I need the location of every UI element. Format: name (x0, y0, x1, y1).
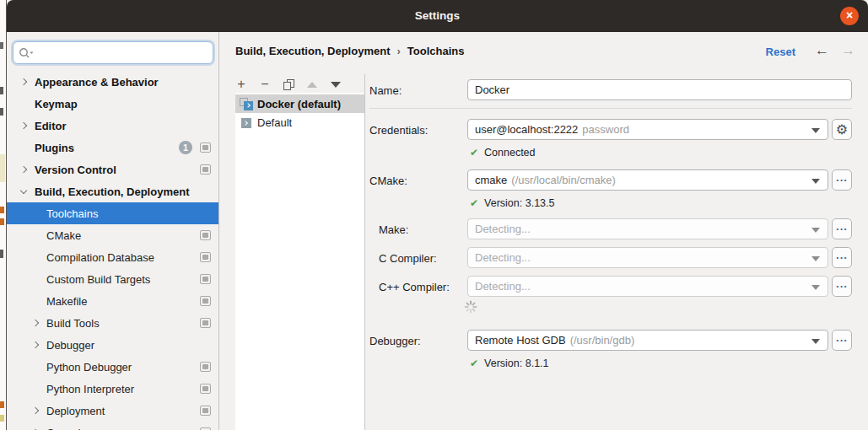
credentials-status: ✔ Connected (470, 147, 536, 159)
name-input[interactable] (467, 79, 852, 100)
sidebar-item-plugins[interactable]: Plugins1 (7, 137, 218, 159)
settings-tree: Appearance & Behavior Keymap Editor Plug… (7, 71, 218, 430)
check-icon: ✔ (470, 147, 478, 159)
cmake-path-hint: (/usr/local/bin/cmake) (511, 174, 616, 186)
sidebar-item-toolchains[interactable]: Toolchains (7, 202, 218, 224)
cmake-version-text: Version: 3.13.5 (484, 197, 554, 209)
sidebar-item-python-debugger[interactable]: Python Debugger (7, 356, 218, 378)
remove-toolchain-button[interactable]: − (259, 78, 271, 90)
reset-button[interactable]: Reset (766, 46, 795, 58)
copy-icon (283, 79, 294, 90)
sidebar-item-debugger[interactable]: Debugger (7, 334, 218, 356)
combo-arrow-icon (811, 285, 820, 290)
chevron-right-icon (20, 78, 27, 85)
chevron-down-icon (20, 186, 27, 193)
cmake-combobox[interactable]: cmake (/usr/local/bin/cmake) (467, 169, 828, 191)
search-input[interactable] (38, 46, 213, 59)
sidebar-item-build-tools[interactable]: Build Tools (7, 312, 218, 334)
toolchain-list: Docker (default) Default (235, 93, 364, 430)
toolchain-item-label: Default (257, 116, 292, 129)
sidebar-item-label: Build Tools (46, 317, 100, 330)
sidebar-item-label: CMake (46, 229, 81, 242)
credentials-settings-button[interactable]: ⚙ (832, 119, 852, 140)
c-compiler-browse-button[interactable]: ... (832, 247, 852, 268)
sidebar-item-build-execution-deployment[interactable]: Build, Execution, Deployment (7, 180, 218, 202)
sidebar-item-label: Makefile (46, 295, 87, 308)
make-combobox[interactable]: Detecting... (467, 218, 828, 239)
close-icon: × (846, 8, 853, 22)
c-compiler-detecting-text: Detecting... (475, 251, 531, 264)
search-icon[interactable] (19, 47, 35, 59)
debugger-combobox[interactable]: Remote Host GDB (/usr/bin/gdb) (467, 330, 828, 351)
cpp-compiler-label: C++ Compiler: (379, 281, 450, 293)
move-down-button[interactable] (330, 78, 342, 90)
breadcrumb: Build, Execution, Deployment›Toolchains (235, 45, 464, 57)
sidebar-item-console[interactable]: Console (7, 422, 218, 430)
sidebar-item-label: Python Interpreter (46, 383, 134, 395)
arrow-up-icon (307, 82, 317, 88)
sidebar-item-label: Appearance & Behavior (35, 76, 159, 89)
sidebar-item-python-interpreter[interactable]: Python Interpreter (7, 378, 218, 400)
combo-arrow-icon (811, 128, 820, 133)
sidebar-item-editor[interactable]: Editor (7, 115, 218, 137)
copy-toolchain-button[interactable] (283, 78, 294, 90)
cmake-status: ✔ Version: 3.13.5 (470, 197, 554, 209)
chevron-right-icon (32, 407, 39, 414)
settings-sidebar: Appearance & Behavior Keymap Editor Plug… (7, 32, 219, 430)
c-compiler-label: C Compiler: (379, 252, 437, 265)
titlebar[interactable]: Settings × (7, 0, 868, 32)
debugger-status: ✔ Version: 8.1.1 (470, 357, 549, 369)
make-browse-button[interactable]: ... (832, 218, 852, 239)
settings-indicator-icon (200, 406, 211, 416)
ellipsis-icon: ... (836, 280, 848, 288)
sidebar-item-label: Toolchains (46, 207, 98, 220)
close-button[interactable]: × (840, 7, 859, 25)
sidebar-item-label: Version Control (35, 164, 116, 176)
forward-arrow-icon[interactable]: → (841, 42, 855, 59)
sidebar-item-compilation-database[interactable]: Compilation Database (7, 246, 218, 268)
breadcrumb-separator-icon: › (396, 45, 400, 57)
sidebar-item-deployment[interactable]: Deployment (7, 400, 218, 422)
panel-divider (364, 74, 365, 430)
debugger-browse-button[interactable]: ... (832, 330, 852, 351)
credentials-combobox[interactable]: user@localhost:2222 password (467, 119, 828, 140)
loading-spinner-icon (464, 300, 477, 316)
debugger-label: Debugger: (369, 335, 421, 347)
ellipsis-icon: ... (836, 251, 848, 260)
debugger-value: Remote Host GDB (475, 334, 566, 347)
sidebar-item-appearance-behavior[interactable]: Appearance & Behavior (7, 71, 218, 93)
form-separator (369, 108, 852, 109)
search-box[interactable] (13, 41, 213, 64)
cpp-compiler-browse-button[interactable]: ... (832, 276, 852, 297)
breadcrumb-current[interactable]: Toolchains (407, 45, 465, 57)
cpp-compiler-combobox[interactable]: Detecting... (467, 276, 828, 297)
add-toolchain-button[interactable]: + (235, 78, 247, 90)
sidebar-item-label: Debugger (46, 339, 94, 352)
c-compiler-combobox[interactable]: Detecting... (467, 247, 828, 268)
debugger-version-text: Version: 8.1.1 (484, 357, 548, 369)
sidebar-item-version-control[interactable]: Version Control (7, 159, 218, 180)
move-up-button[interactable] (306, 78, 318, 90)
sidebar-item-label: Compilation Database (46, 251, 154, 264)
check-icon: ✔ (470, 357, 478, 369)
back-arrow-icon[interactable]: ← (815, 42, 829, 59)
toolchain-list-item-docker[interactable]: Docker (default) (235, 94, 364, 113)
toolchain-list-item-default[interactable]: Default (235, 113, 364, 132)
arrow-down-icon (331, 82, 341, 88)
sidebar-item-makefile[interactable]: Makefile (7, 290, 218, 312)
sidebar-item-custom-build-targets[interactable]: Custom Build Targets (7, 268, 218, 290)
make-detecting-text: Detecting... (475, 223, 531, 235)
sidebar-item-label: Deployment (46, 405, 105, 417)
breadcrumb-parent[interactable]: Build, Execution, Deployment (235, 45, 390, 57)
credentials-status-text: Connected (484, 147, 535, 159)
sidebar-item-cmake[interactable]: CMake (7, 224, 218, 246)
settings-indicator-icon (200, 142, 211, 153)
settings-indicator-icon (200, 274, 211, 284)
name-label: Name: (369, 84, 402, 97)
combo-arrow-icon (811, 339, 820, 344)
sidebar-item-label: Build, Execution, Deployment (35, 185, 189, 198)
ellipsis-icon: ... (836, 334, 848, 342)
cmake-browse-button[interactable]: ... (832, 169, 852, 191)
sidebar-item-keymap[interactable]: Keymap (7, 93, 218, 115)
credentials-value: user@localhost:2222 (475, 123, 578, 136)
